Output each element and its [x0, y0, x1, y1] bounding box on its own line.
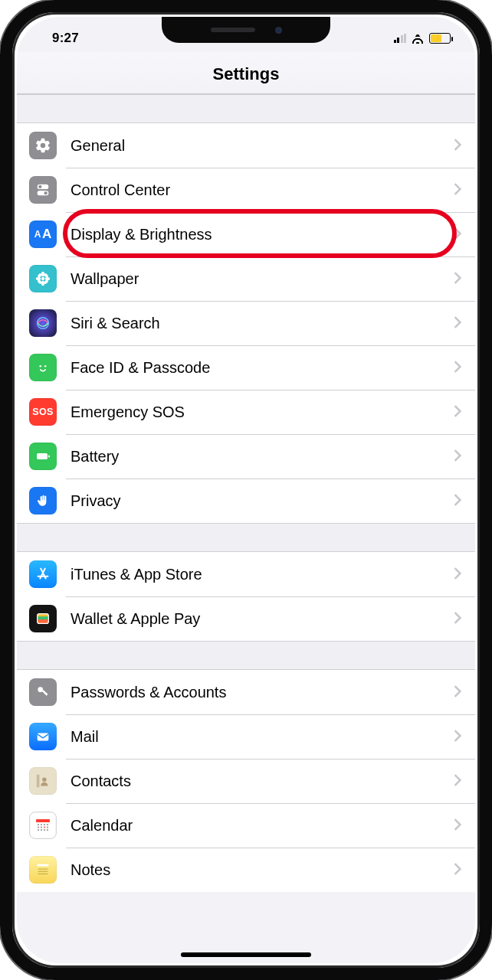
- settings-row-display-brightness[interactable]: AA Display & Brightness: [17, 212, 475, 256]
- row-label: Mail: [71, 728, 454, 746]
- svg-point-42: [47, 829, 48, 831]
- settings-row-itunes[interactable]: iTunes & App Store: [17, 552, 475, 596]
- chevron-right-icon: [454, 183, 463, 197]
- cellular-icon: [394, 34, 406, 43]
- settings-row-battery[interactable]: Battery: [17, 434, 475, 479]
- chevron-right-icon: [454, 685, 463, 699]
- chevron-right-icon: [454, 316, 463, 330]
- svg-point-1: [38, 185, 41, 188]
- row-label: Contacts: [71, 773, 454, 790]
- volume-down: [0, 263, 2, 318]
- row-label: Display & Brightness: [71, 226, 454, 243]
- battery-icon: [29, 443, 57, 470]
- settings-row-passwords[interactable]: Passwords & Accounts: [17, 670, 475, 714]
- chevron-right-icon: [454, 227, 463, 241]
- chevron-right-icon: [454, 774, 463, 788]
- chevron-right-icon: [454, 139, 463, 152]
- settings-row-wallet[interactable]: Wallet & Apple Pay: [17, 596, 475, 641]
- row-label: Notes: [71, 861, 454, 879]
- chevron-right-icon: [454, 730, 463, 743]
- svg-point-4: [41, 277, 44, 280]
- row-label: General: [71, 137, 454, 155]
- settings-row-emergency-sos[interactable]: SOS Emergency SOS: [17, 390, 475, 434]
- row-label: Siri & Search: [71, 315, 454, 332]
- chevron-right-icon: [454, 494, 463, 508]
- svg-point-5: [41, 272, 44, 276]
- mute-switch: [0, 144, 2, 173]
- settings-row-mail[interactable]: Mail: [17, 714, 475, 759]
- row-label: Passwords & Accounts: [71, 684, 454, 701]
- wifi-icon: [411, 33, 425, 44]
- row-label: Battery: [71, 448, 454, 466]
- notes-icon: [29, 856, 57, 884]
- svg-point-13: [38, 318, 49, 329]
- face-icon: [29, 354, 57, 381]
- svg-point-6: [41, 281, 44, 286]
- svg-point-40: [41, 829, 42, 831]
- svg-point-33: [44, 824, 45, 825]
- settings-row-calendar[interactable]: Calendar: [17, 803, 475, 848]
- row-label: Wallpaper: [71, 270, 454, 288]
- settings-row-siri[interactable]: Siri & Search: [17, 301, 475, 345]
- svg-rect-19: [48, 456, 50, 458]
- svg-point-7: [36, 277, 41, 280]
- settings-row-faceid[interactable]: Face ID & Passcode: [17, 345, 475, 390]
- group-separator: [17, 523, 475, 552]
- svg-point-35: [38, 827, 39, 828]
- row-label: Face ID & Passcode: [71, 359, 454, 377]
- svg-rect-30: [36, 819, 50, 822]
- chevron-right-icon: [454, 405, 463, 419]
- svg-rect-14: [37, 361, 50, 374]
- settings-group: iTunes & App Store Wallet & Apple Pay: [17, 552, 475, 641]
- home-indicator[interactable]: [181, 952, 311, 957]
- chevron-right-icon: [454, 272, 463, 286]
- battery-icon: ⚡: [429, 33, 451, 44]
- volume-up: [0, 193, 2, 248]
- chevron-right-icon: [454, 449, 463, 463]
- status-bar: 9:27 ⚡: [17, 17, 475, 52]
- svg-rect-18: [37, 453, 48, 459]
- group-separator: [17, 641, 475, 670]
- textsize-icon: AA: [29, 220, 57, 248]
- settings-row-notes[interactable]: Notes: [17, 848, 475, 892]
- chevron-right-icon: [454, 567, 463, 581]
- appstore-icon: [29, 560, 57, 588]
- row-label: iTunes & App Store: [71, 566, 454, 583]
- settings-row-control-center[interactable]: Control Center: [17, 168, 475, 212]
- svg-point-39: [38, 829, 39, 831]
- row-label: Emergency SOS: [71, 403, 454, 421]
- settings-row-general[interactable]: General: [17, 123, 475, 168]
- page-title: Settings: [17, 64, 475, 84]
- nav-header: Settings: [17, 52, 475, 93]
- hand-icon: [29, 487, 57, 514]
- chevron-right-icon: [454, 863, 463, 877]
- svg-point-15: [40, 365, 42, 368]
- siri-icon: [29, 309, 57, 337]
- row-label: Wallet & Apple Pay: [71, 610, 454, 628]
- svg-point-29: [42, 777, 47, 782]
- svg-point-37: [44, 827, 45, 828]
- svg-point-31: [38, 824, 39, 825]
- gear-icon: [29, 132, 57, 159]
- mail-icon: [29, 723, 57, 750]
- chevron-right-icon: [454, 818, 463, 832]
- calendar-icon: [29, 812, 57, 839]
- settings-row-contacts[interactable]: Contacts: [17, 759, 475, 803]
- settings-row-wallpaper[interactable]: Wallpaper: [17, 256, 475, 301]
- svg-point-41: [44, 829, 45, 831]
- row-label: Control Center: [71, 181, 454, 199]
- svg-rect-22: [38, 619, 49, 624]
- svg-point-3: [44, 191, 48, 194]
- svg-rect-27: [38, 733, 49, 740]
- chevron-right-icon: [454, 612, 463, 626]
- svg-rect-28: [37, 775, 40, 788]
- sos-icon: SOS: [29, 398, 57, 426]
- svg-point-32: [41, 824, 42, 825]
- flower-icon: [29, 265, 57, 292]
- key-icon: [29, 678, 57, 706]
- chevron-right-icon: [454, 361, 463, 374]
- settings-group: General Control Center AA Display & Brig…: [17, 123, 475, 523]
- svg-point-16: [44, 365, 47, 368]
- settings-row-privacy[interactable]: Privacy: [17, 479, 475, 523]
- svg-point-8: [45, 277, 50, 280]
